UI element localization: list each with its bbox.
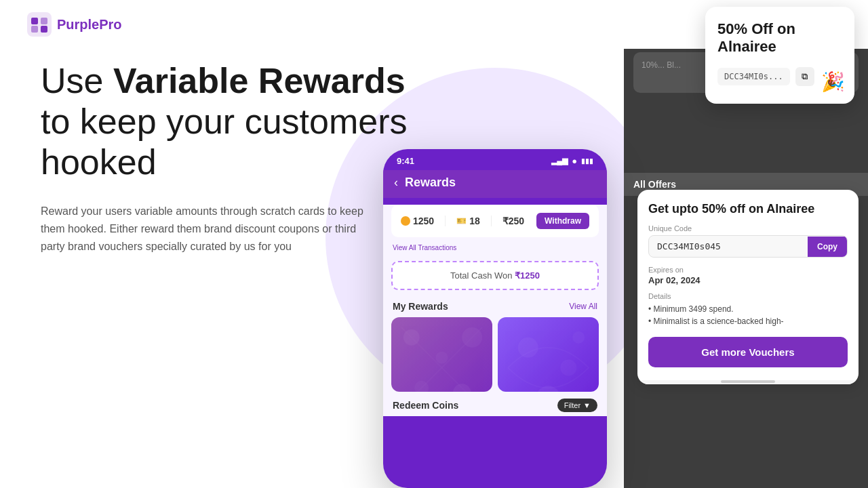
unique-code-label: Unique Code — [648, 224, 848, 232]
filter-button[interactable]: Filter ▼ — [557, 399, 597, 412]
amount-stat: ₹250 — [502, 216, 524, 226]
reward-cards-row — [383, 317, 607, 392]
total-cash-label: Total Cash Won — [450, 270, 513, 281]
wifi-icon: ● — [572, 156, 577, 166]
phone-time: 9:41 — [397, 156, 414, 166]
left-content: Use Variable Rewards to keep your custom… — [41, 61, 420, 255]
popup-code-box: DCC34MI0s... — [717, 68, 790, 85]
expires-date: Apr 02, 2024 — [648, 275, 848, 285]
phone-status-bar: 9:41 ▂▄▆ ● ▮▮▮ — [383, 149, 607, 170]
redeem-title: Redeem Coins — [393, 400, 458, 411]
phone-app-header: ‹ Rewards — [383, 170, 607, 198]
back-icon[interactable]: ‹ — [394, 176, 398, 190]
phone-stats-bar: 1250 🎫 18 ₹250 Withdraw — [391, 205, 599, 237]
celebration-icon: 🎉 — [821, 70, 845, 93]
view-all-link[interactable]: View All — [569, 302, 597, 311]
all-offers-title: All Offers — [633, 179, 676, 190]
popup-copy-button[interactable]: ⧉ — [795, 67, 814, 86]
my-rewards-title: My Rewards — [393, 301, 448, 312]
svg-rect-4 — [41, 26, 47, 33]
details-bullet-2: • Minimalist is a science-backed high- — [648, 315, 848, 327]
view-transactions-link[interactable]: View All Transactions — [383, 244, 607, 257]
svg-point-15 — [572, 331, 585, 344]
offer-detail-card: Get upto 50% off on Alnairee Unique Code… — [637, 190, 859, 384]
count-stat: 🎫 18 — [456, 216, 480, 226]
my-rewards-header: My Rewards View All — [383, 294, 607, 317]
offer-code-text: DCC34MI0s045 — [649, 236, 808, 257]
coins-stat: 1250 — [401, 216, 434, 226]
divider2 — [491, 216, 492, 226]
details-bullet-1: • Minimum 3499 spend. — [648, 303, 848, 315]
svg-rect-2 — [41, 18, 47, 24]
count-icon: 🎫 — [456, 216, 467, 226]
popup-card: 50% Off on Alnairee DCC34MI0s... ⧉ 🎉 — [705, 7, 854, 104]
svg-point-6 — [436, 352, 448, 364]
coins-value: 1250 — [413, 216, 434, 226]
phone-mockup: 9:41 ▂▄▆ ● ▮▮▮ ‹ Rewards 1250 🎫 18 ₹250 — [383, 149, 607, 488]
svg-rect-0 — [27, 12, 52, 37]
total-cash-box: Total Cash Won ₹1250 — [391, 261, 599, 290]
amount-value: ₹250 — [502, 216, 524, 226]
offer-code-row: DCC34MI0s045 Copy — [648, 235, 848, 258]
svg-point-13 — [560, 360, 576, 376]
total-cash-amount: ₹1250 — [515, 270, 540, 281]
get-vouchers-button[interactable]: Get more Vouchers — [648, 337, 848, 367]
svg-rect-1 — [31, 18, 38, 24]
offer-card-footer — [637, 380, 859, 384]
popup-code-row: DCC34MI0s... ⧉ 🎉 — [717, 67, 842, 86]
details-text: • Minimum 3499 spend. • Minimalist is a … — [648, 303, 848, 327]
subtext: Reward your users variable amounts throu… — [41, 203, 380, 255]
divider — [445, 216, 446, 226]
battery-icon: ▮▮▮ — [581, 157, 593, 165]
redeem-header: Redeem Coins Filter ▼ — [383, 392, 607, 416]
offer-detail-inner: Get upto 50% off on Alnairee Unique Code… — [637, 190, 859, 380]
card-pattern-2 — [498, 317, 599, 392]
logo-text: PurplePro — [57, 17, 122, 33]
details-label: Details — [648, 292, 848, 300]
coin-icon — [401, 216, 410, 226]
popup-title: 50% Off on Alnairee — [717, 20, 842, 56]
headline-suffix: to keep your customers hooked — [41, 102, 407, 182]
logo[interactable]: PurplePro — [27, 12, 122, 37]
offer-detail-title: Get upto 50% off on Alnairee — [648, 202, 848, 216]
reward-card-1[interactable] — [391, 317, 492, 392]
signal-icon: ▂▄▆ — [551, 157, 568, 165]
offer-copy-button[interactable]: Copy — [808, 237, 847, 257]
svg-point-12 — [518, 338, 538, 358]
headline: Use Variable Rewards to keep your custom… — [41, 61, 420, 182]
phone-header-title: Rewards — [405, 176, 456, 190]
phone-body: 1250 🎫 18 ₹250 Withdraw View All Transac… — [383, 205, 607, 416]
withdraw-button[interactable]: Withdraw — [536, 213, 589, 229]
card-pattern-1 — [391, 317, 492, 392]
logo-icon — [27, 12, 52, 37]
expires-label: Expires on — [648, 266, 848, 274]
filter-icon: ▼ — [583, 401, 591, 409]
count-value: 18 — [469, 216, 480, 226]
filter-label: Filter — [564, 401, 580, 409]
svg-rect-3 — [31, 26, 38, 33]
reward-card-2[interactable] — [498, 317, 599, 392]
